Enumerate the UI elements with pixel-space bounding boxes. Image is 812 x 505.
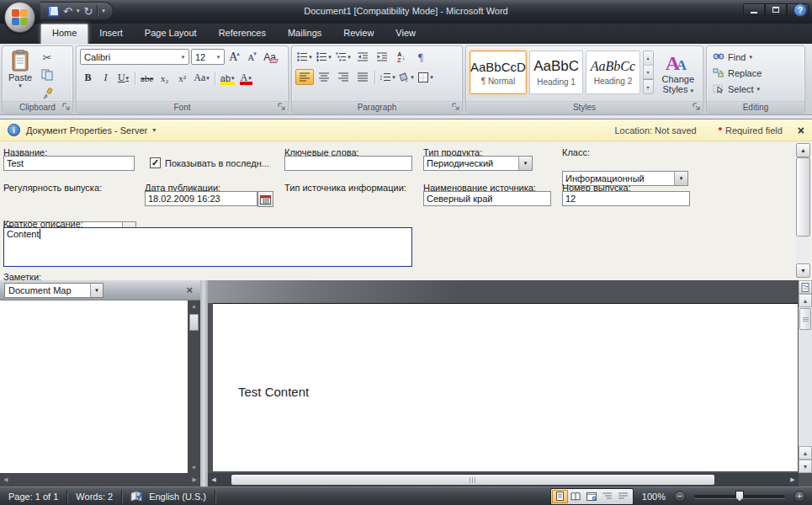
change-case-dropdown-icon[interactable]: ▾ <box>206 75 210 82</box>
document-map-close-icon[interactable]: × <box>186 284 193 296</box>
shading-dropdown-icon[interactable]: ▾ <box>411 74 414 81</box>
description-textarea[interactable]: Content <box>3 227 412 267</box>
paragraph-dialog-launcher[interactable] <box>452 103 460 111</box>
tab-home[interactable]: Home <box>40 24 88 44</box>
find-button[interactable]: Find ▾ <box>707 49 804 65</box>
map-scroll-thumb[interactable] <box>189 314 199 331</box>
properties-title-dropdown-icon[interactable]: ▾ <box>152 126 156 134</box>
name-field-input[interactable] <box>3 156 135 171</box>
web-layout-view-button[interactable] <box>584 490 600 503</box>
format-painter-button[interactable] <box>38 86 56 101</box>
borders-dropdown-icon[interactable]: ▾ <box>430 74 433 81</box>
font-family-combo[interactable]: Calibri ▾ <box>80 49 189 65</box>
document-map-combo[interactable]: Document Map ▼ <box>4 283 103 298</box>
zoom-slider-track[interactable] <box>694 495 785 498</box>
italic-button[interactable]: I <box>98 70 114 86</box>
tab-insert[interactable]: Insert <box>88 24 134 44</box>
bullets-button[interactable]: ▾ <box>295 49 314 65</box>
class-dropdown-icon[interactable]: ▼ <box>674 172 687 185</box>
proofing-status[interactable]: English (U.S.) <box>122 487 215 505</box>
document-scroll-track[interactable] <box>799 331 812 446</box>
doc-hscroll-thumb[interactable] <box>231 475 714 485</box>
align-left-button[interactable] <box>295 69 314 85</box>
browse-previous-button[interactable]: ▲ <box>799 446 812 460</box>
document-map-dropdown-icon[interactable]: ▼ <box>90 284 103 297</box>
change-styles-button[interactable]: A A Change Styles ▾ <box>656 50 700 101</box>
tab-mailings[interactable]: Mailings <box>277 24 332 44</box>
map-scroll-left-icon[interactable]: ◀ <box>3 476 8 483</box>
zoom-out-button[interactable]: − <box>674 491 686 502</box>
align-right-button[interactable] <box>334 69 353 85</box>
document-horizontal-scrollbar[interactable]: ◀ ▶ <box>208 473 799 486</box>
cut-button[interactable]: ✂ <box>38 50 56 65</box>
line-spacing-dropdown-icon[interactable]: ▾ <box>392 74 395 81</box>
full-screen-reading-view-button[interactable] <box>568 490 584 503</box>
style-normal[interactable]: AaBbCcD ¶ Normal <box>470 50 527 94</box>
show-recent-checkbox[interactable]: ✓ <box>150 157 161 168</box>
pane-splitter[interactable] <box>200 280 208 486</box>
document-map-horizontal-scrollbar[interactable]: ◀ ▶ <box>0 473 200 486</box>
pub-date-input[interactable] <box>145 191 257 206</box>
map-scroll-up-icon[interactable]: ▲ <box>188 300 200 311</box>
font-family-dropdown-icon[interactable]: ▾ <box>178 50 188 64</box>
browse-next-button[interactable]: ▼ <box>799 460 812 473</box>
bullets-dropdown-icon[interactable]: ▾ <box>309 54 312 61</box>
product-type-dropdown[interactable]: Периодический ▼ <box>423 156 533 171</box>
properties-close-icon[interactable]: × <box>798 125 804 136</box>
font-color-dropdown-icon[interactable]: ▾ <box>248 75 252 82</box>
replace-button[interactable]: Replace <box>707 65 804 81</box>
properties-scroll-down[interactable]: ▼ <box>796 263 810 278</box>
strikethrough-button[interactable]: abe <box>139 70 155 86</box>
document-scroll-up[interactable]: ▲ <box>799 294 812 307</box>
paste-button[interactable]: Paste ▾ <box>3 46 38 101</box>
office-button[interactable] <box>4 2 35 33</box>
borders-button[interactable]: ▾ <box>417 69 435 85</box>
styles-dialog-launcher[interactable] <box>693 103 701 111</box>
ruler-toggle-button[interactable] <box>799 280 812 294</box>
shading-button[interactable]: ▾ <box>397 69 416 85</box>
numbering-button[interactable]: ▾ <box>315 49 333 65</box>
decrease-indent-button[interactable] <box>353 49 372 65</box>
tab-review[interactable]: Review <box>332 24 385 44</box>
styles-gallery-scrollbar[interactable]: ▴ ▾ ▾ <box>643 50 654 94</box>
select-button[interactable]: Select ▾ <box>707 81 804 97</box>
font-color-button[interactable]: A▾ <box>238 70 254 86</box>
zoom-level[interactable]: 100% <box>642 492 666 502</box>
superscript-button[interactable]: x² <box>174 70 190 86</box>
zoom-slider-thumb[interactable] <box>735 491 744 502</box>
underline-dropdown-icon[interactable]: ▾ <box>126 75 130 82</box>
tab-page-layout[interactable]: Page Layout <box>134 24 208 44</box>
copy-button[interactable] <box>38 67 56 82</box>
justify-button[interactable] <box>353 69 372 85</box>
font-size-combo[interactable]: 12 ▾ <box>191 49 225 65</box>
clear-formatting-button[interactable]: Aa <box>262 49 278 65</box>
source-name-input[interactable] <box>423 191 551 206</box>
highlight-button[interactable]: ab▾ <box>219 70 236 86</box>
zoom-in-button[interactable]: + <box>793 491 805 502</box>
restore-button[interactable] <box>765 3 787 16</box>
multilevel-list-button[interactable]: ▾ <box>334 49 353 65</box>
multilevel-dropdown-icon[interactable]: ▾ <box>348 54 351 61</box>
properties-scrollbar[interactable]: ▲ ▼ <box>796 143 810 278</box>
line-spacing-button[interactable]: ↕ ▾ <box>378 69 396 85</box>
outline-view-button[interactable] <box>600 490 616 503</box>
document-map-vertical-scrollbar[interactable]: ▲ ▼ <box>188 300 200 473</box>
draft-view-button[interactable] <box>616 490 632 503</box>
style-heading1[interactable]: AaBbC Heading 1 <box>529 50 583 94</box>
underline-button[interactable]: U▾ <box>115 70 131 86</box>
numbering-dropdown-icon[interactable]: ▾ <box>328 54 332 61</box>
shrink-font-button[interactable]: A▾ <box>244 49 260 65</box>
help-button[interactable]: ? <box>793 3 807 17</box>
map-scroll-down-icon[interactable]: ▼ <box>188 462 200 473</box>
styles-scroll-down-icon[interactable]: ▾ <box>644 66 653 80</box>
tab-view[interactable]: View <box>385 24 427 44</box>
document-vertical-scrollbar[interactable]: ▲ ▲ ▼ <box>799 280 812 473</box>
increase-indent-button[interactable] <box>373 49 391 65</box>
show-hide-paragraph-button[interactable]: ¶ <box>411 49 430 65</box>
issue-number-input[interactable] <box>562 191 690 206</box>
styles-scroll-up-icon[interactable]: ▴ <box>644 51 653 66</box>
doc-scroll-left-icon[interactable]: ◀ <box>208 476 220 483</box>
grow-font-button[interactable]: A▴ <box>226 49 242 65</box>
document-scroll-thumb[interactable] <box>799 308 811 330</box>
bold-button[interactable]: B <box>80 70 96 86</box>
